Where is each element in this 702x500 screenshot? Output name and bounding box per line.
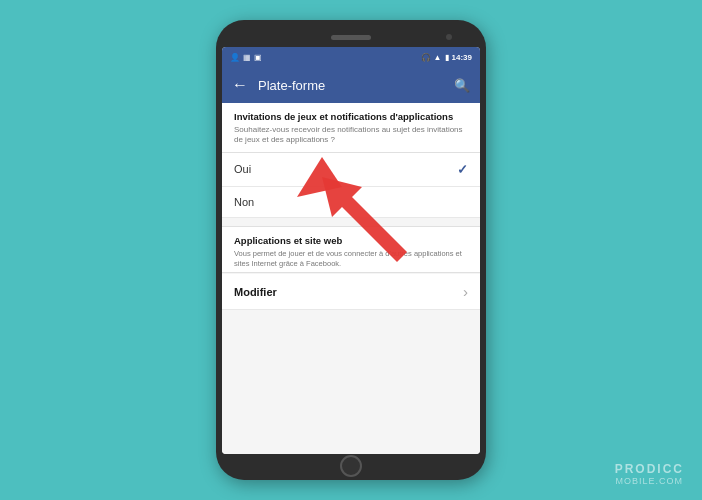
watermark: PRODICC MOBILE.COM [615, 462, 684, 486]
option-non-label: Non [234, 196, 254, 208]
back-button[interactable]: ← [232, 76, 248, 94]
status-left-icons: 👤 ▦ ▣ [230, 53, 262, 62]
phone-screen: 👤 ▦ ▣ 🎧 ▲ ▮ 14:39 ← Plate-forme 🔍 [222, 47, 480, 454]
watermark-line1: PRODICC [615, 462, 684, 476]
phone-bottom-bar [222, 458, 480, 474]
time-display: 14:39 [452, 53, 472, 62]
section1-header: Invitations de jeux et notifications d'a… [222, 103, 480, 153]
headphone-icon: 🎧 [421, 53, 431, 62]
person-icon: 👤 [230, 53, 240, 62]
option-oui-label: Oui [234, 163, 251, 175]
section2-header: Applications et site web Vous permet de … [222, 226, 480, 274]
signal-icon: ▲ [434, 53, 442, 62]
background: 👤 ▦ ▣ 🎧 ▲ ▮ 14:39 ← Plate-forme 🔍 [0, 0, 702, 500]
status-bar: 👤 ▦ ▣ 🎧 ▲ ▮ 14:39 [222, 47, 480, 67]
phone-camera [446, 34, 452, 40]
modifier-label: Modifier [234, 286, 277, 298]
status-right-icons: 🎧 ▲ ▮ 14:39 [421, 53, 472, 62]
check-icon: ✓ [457, 162, 468, 177]
section2-desc: Vous permet de jouer et de vous connecte… [234, 249, 468, 269]
option-non[interactable]: Non [222, 187, 480, 218]
phone-speaker [331, 35, 371, 40]
app-bar: ← Plate-forme 🔍 [222, 67, 480, 103]
sim-icon: ▣ [254, 53, 262, 62]
section1-desc: Souhaitez-vous recevoir des notification… [234, 125, 468, 146]
option-oui[interactable]: Oui ✓ [222, 153, 480, 187]
phone-top-hardware [222, 30, 480, 44]
watermark-line2: MOBILE.COM [615, 476, 684, 486]
options-list: Oui ✓ Non [222, 153, 480, 218]
wifi-icon: ▦ [243, 53, 251, 62]
section2-title: Applications et site web [234, 235, 468, 246]
phone-body: 👤 ▦ ▣ 🎧 ▲ ▮ 14:39 ← Plate-forme 🔍 [216, 20, 486, 480]
modifier-arrow-icon: › [463, 283, 468, 300]
battery-icon: ▮ [445, 53, 449, 62]
phone-wrapper: 👤 ▦ ▣ 🎧 ▲ ▮ 14:39 ← Plate-forme 🔍 [216, 20, 486, 480]
app-bar-title: Plate-forme [258, 78, 444, 93]
section1-title: Invitations de jeux et notifications d'a… [234, 111, 468, 122]
content-area: Invitations de jeux et notifications d'a… [222, 103, 480, 454]
home-button[interactable] [340, 455, 362, 477]
search-icon[interactable]: 🔍 [454, 78, 470, 93]
modifier-row[interactable]: Modifier › [222, 274, 480, 310]
